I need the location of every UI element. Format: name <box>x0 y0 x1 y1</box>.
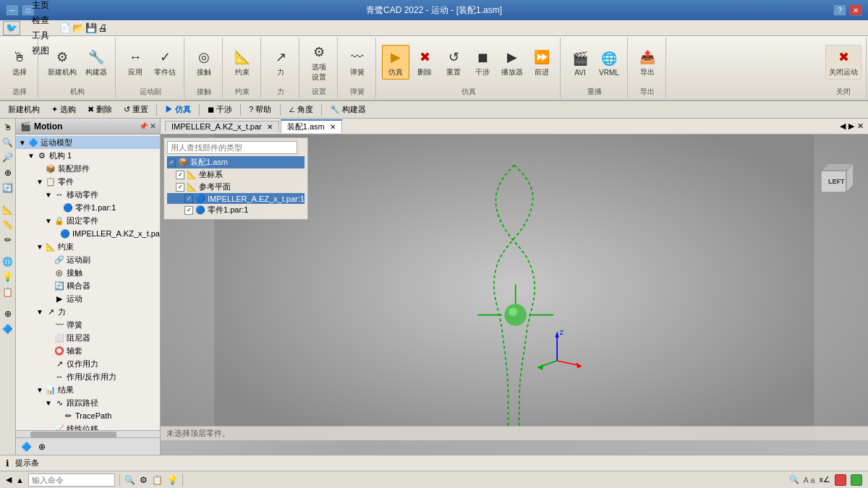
pb-icon-2[interactable]: ⊕ <box>35 440 49 454</box>
tree-toggle-results[interactable]: ▼ <box>35 386 45 394</box>
tb2-delete[interactable]: ✖ 删除 <box>82 103 117 116</box>
help-button[interactable]: ? <box>833 4 846 16</box>
status-icon-bulb[interactable]: 💡 <box>167 475 178 485</box>
tree-item-impeller[interactable]: 🔵IMPELLER_A.KZ_x_t.pa <box>16 227 160 240</box>
vp-next[interactable]: ▶ <box>848 121 854 131</box>
tree-item-spring[interactable]: 〰弹簧 <box>16 318 160 331</box>
vrml-button[interactable]: 🌐 VRML <box>595 46 623 79</box>
left-icon-9[interactable]: 🌐 <box>1 254 15 269</box>
panel-pin[interactable]: 📌 <box>139 122 148 130</box>
tb2-new-machine[interactable]: 新建机构 <box>3 103 45 116</box>
spring-button[interactable]: 〰 弹簧 <box>344 45 371 80</box>
tree-toggle-root[interactable]: ▼ <box>17 139 27 147</box>
tree-toggle-parts[interactable]: ▼ <box>35 178 45 186</box>
tab-impeller-close[interactable]: ✕ <box>267 123 273 131</box>
tree-item-forces[interactable]: ▼↗力 <box>16 305 160 318</box>
apply-button[interactable]: ↔ 应用 <box>122 45 149 80</box>
tree-item-motionconn[interactable]: 🔗运动副 <box>16 253 160 266</box>
delete-button[interactable]: ✖ 删除 <box>411 45 438 80</box>
app-logo[interactable]: 🐦 <box>3 21 20 35</box>
tree-item-motion[interactable]: ▶运动 <box>16 292 160 305</box>
comp-checkbox-0[interactable]: ✓ <box>167 158 176 167</box>
minimize-button[interactable]: ─ <box>6 4 19 16</box>
tree-item-assem1[interactable]: 📦装配部件 <box>16 162 160 175</box>
hscroll-thumb[interactable] <box>30 432 116 437</box>
reset-button[interactable]: ↺ 重置 <box>440 45 467 80</box>
tree-item-coupling[interactable]: 🔄耦合器 <box>16 279 160 292</box>
close-button[interactable]: ✕ <box>849 4 862 16</box>
tb2-simulate[interactable]: ▶ 仿真 <box>160 103 196 116</box>
status-icon-gear[interactable]: ⚙ <box>140 475 148 485</box>
contact-button[interactable]: ◎ 接触 <box>190 45 218 80</box>
menu-item-检查[interactable]: 检查 <box>25 13 56 28</box>
comp-checkbox-2[interactable]: ✓ <box>176 183 184 192</box>
tb2-builder[interactable]: 🔧 构建器 <box>325 103 371 116</box>
forward-button[interactable]: ⏩ 前进 <box>528 45 556 80</box>
constraint-button[interactable]: 📐 约束 <box>229 45 256 80</box>
comp-list-item-2[interactable]: ✓📐参考平面 <box>167 181 305 193</box>
tb2-angle[interactable]: ∠ 角度 <box>284 103 318 116</box>
tree-item-root[interactable]: ▼🔷运动模型 <box>16 136 160 149</box>
force-button[interactable]: ↗ 力 <box>267 45 294 80</box>
tree-toggle-forces[interactable]: ▼ <box>35 308 45 316</box>
vp-prev[interactable]: ◀ <box>840 121 846 131</box>
save-icon[interactable]: 💾 <box>85 22 97 33</box>
menu-item-主页[interactable]: 主页 <box>25 0 56 13</box>
apply2-button[interactable]: ✓ 零件估 <box>150 45 179 80</box>
left-icon-8[interactable]: ✏ <box>1 233 15 247</box>
settings-button[interactable]: ⚙ 选项设置 <box>305 40 333 85</box>
tree-item-bushing[interactable]: ⭕轴套 <box>16 344 160 357</box>
tree-item-tracepath[interactable]: ✏TracePath <box>16 409 160 422</box>
left-icon-3[interactable]: 🔎 <box>1 150 15 165</box>
new-icon[interactable]: 📄 <box>59 22 71 33</box>
left-icon-11[interactable]: 📋 <box>1 285 15 299</box>
print-icon[interactable]: 🖨 <box>98 22 108 33</box>
tab-impeller[interactable]: IMPELLER_A.KZ_x_t.par ✕ <box>165 121 279 132</box>
left-icon-5[interactable]: 🔄 <box>1 181 15 195</box>
tree-toggle-fixed[interactable]: ▼ <box>43 217 54 225</box>
comp-checkbox-4[interactable]: ✓ <box>184 206 193 215</box>
comp-checkbox-3[interactable]: ✓ <box>184 194 193 203</box>
left-icon-4[interactable]: ⊕ <box>1 166 15 180</box>
tb2-interference[interactable]: ◼ 干涉 <box>203 103 237 116</box>
left-icon-7[interactable]: 📏 <box>1 218 15 232</box>
left-icon-2[interactable]: 🔍 <box>1 135 15 150</box>
left-icon-1[interactable]: 🖱 <box>1 120 15 134</box>
tab-assembly[interactable]: 装配1.asm ✕ <box>281 119 342 133</box>
component-search-input[interactable] <box>167 141 297 154</box>
left-icon-10[interactable]: 💡 <box>1 270 15 284</box>
tb2-select[interactable]: ✦ 选购 <box>46 103 81 116</box>
command-input[interactable] <box>28 474 115 487</box>
tree-item-contact[interactable]: ◎接触 <box>16 266 160 279</box>
pb-icon-1[interactable]: 🔷 <box>19 440 33 454</box>
close-motion-button[interactable]: ✖ 关闭运动 <box>825 45 861 80</box>
player-button[interactable]: ▶ 播放器 <box>498 45 527 80</box>
tb2-help[interactable]: ? 帮助 <box>244 103 276 116</box>
tree-item-fixed[interactable]: ▼🔒固定零件 <box>16 214 160 227</box>
new-machine-button[interactable]: ⚙ 新建机构 <box>44 45 80 80</box>
left-icon-6[interactable]: 📐 <box>1 202 15 217</box>
left-icon-12[interactable]: ⊕ <box>1 307 15 321</box>
tree-item-part1[interactable]: 🔵零件1.par:1 <box>16 201 160 214</box>
comp-list-item-1[interactable]: ✓📐坐标系 <box>167 168 305 181</box>
avi-button[interactable]: 🎬 AVI <box>566 46 594 79</box>
vp-close[interactable]: ✕ <box>857 121 864 131</box>
status-error-indicator[interactable] <box>835 474 846 486</box>
comp-checkbox-1[interactable]: ✓ <box>176 171 184 179</box>
tree-toggle-trace[interactable]: ▼ <box>43 399 54 407</box>
tree-item-reaction[interactable]: ↔作用/反作用力 <box>16 370 160 383</box>
status-icon-list[interactable]: 📋 <box>152 475 163 485</box>
tree-toggle-moving[interactable]: ▼ <box>43 191 54 199</box>
open-icon[interactable]: 📂 <box>72 22 84 33</box>
tree-item-constraints[interactable]: ▼📐约束 <box>16 240 160 253</box>
tree-item-trace[interactable]: ▼∿跟踪路径 <box>16 396 160 409</box>
comp-list-item-4[interactable]: ✓🔵零件1.par:1 <box>167 204 305 216</box>
tree-toggle-constraints[interactable]: ▼ <box>35 243 45 251</box>
interference-button[interactable]: ◼ 干涉 <box>469 45 496 80</box>
tree-item-applied[interactable]: ↗仅作用力 <box>16 357 160 370</box>
comp-list-item-3[interactable]: ✓🔵IMPELLER_A.EZ_x_t.par:1 <box>167 193 305 204</box>
tree-horizontal-scrollbar[interactable] <box>16 430 160 437</box>
tree-item-lineardisplace[interactable]: 📈线性位移 <box>16 422 160 430</box>
export-button[interactable]: 📤 导出 <box>634 45 661 80</box>
comp-list-item-0[interactable]: ✓📦装配1.asm <box>167 156 305 168</box>
